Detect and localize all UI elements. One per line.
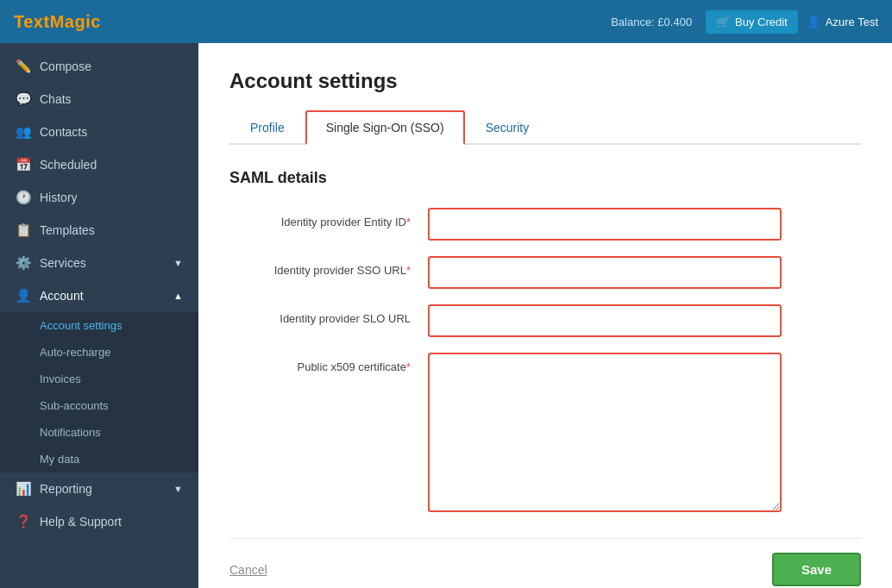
certificate-textarea[interactable] xyxy=(428,353,782,512)
sidebar-item-label: Compose xyxy=(40,59,91,73)
chevron-down-icon: ▼ xyxy=(173,258,183,268)
save-button[interactable]: Save xyxy=(772,553,861,586)
sidebar-item-history[interactable]: 🕐 History xyxy=(0,181,198,214)
sidebar-item-label: Reporting xyxy=(40,482,92,496)
scheduled-icon: 📅 xyxy=(16,157,31,172)
sidebar-subitem-account-settings[interactable]: Account settings xyxy=(0,312,198,339)
entity-id-group: Identity provider Entity ID* xyxy=(229,208,861,241)
account-submenu: Account settings Auto-recharge Invoices … xyxy=(0,312,198,472)
logo-text: TextMagic xyxy=(14,12,101,31)
chevron-up-icon: ▲ xyxy=(173,291,183,301)
history-icon: 🕐 xyxy=(16,190,31,205)
sidebar-item-label: Account xyxy=(40,289,84,303)
form-footer: Cancel Save xyxy=(229,538,861,586)
topnav: TextMagic Balance: £0.400 🛒 Buy Credit 👤… xyxy=(0,0,892,43)
sidebar-item-templates[interactable]: 📋 Templates xyxy=(0,214,198,247)
entity-id-label: Identity provider Entity ID* xyxy=(229,208,428,228)
sso-url-label: Identity provider SSO URL* xyxy=(229,256,428,277)
cancel-button[interactable]: Cancel xyxy=(229,563,267,577)
slo-url-label: Identity provider SLO URL xyxy=(229,304,428,325)
chats-icon: 💬 xyxy=(16,91,31,107)
sidebar-subitem-auto-recharge[interactable]: Auto-recharge xyxy=(0,339,198,366)
user-label: Azure Test xyxy=(826,16,878,28)
contacts-icon: 👥 xyxy=(16,124,31,140)
sidebar-item-scheduled[interactable]: 📅 Scheduled xyxy=(0,148,198,181)
logo: TextMagic xyxy=(14,12,101,32)
sidebar-item-label: History xyxy=(40,191,78,204)
buy-credit-label: Buy Credit xyxy=(735,16,788,28)
sso-url-group: Identity provider SSO URL* xyxy=(229,256,861,289)
saml-section: SAML details Identity provider Entity ID… xyxy=(229,169,861,512)
sidebar: ✏️ Compose 💬 Chats 👥 Contacts 📅 Schedule… xyxy=(0,43,198,588)
sidebar-item-account[interactable]: 👤 Account ▲ xyxy=(0,279,198,312)
tab-sso[interactable]: Single Sign-On (SSO) xyxy=(305,110,465,145)
reporting-icon: 📊 xyxy=(16,481,31,497)
sidebar-item-label: Help & Support xyxy=(40,515,122,529)
sidebar-item-label: Scheduled xyxy=(40,158,97,172)
help-icon: ❓ xyxy=(16,514,31,529)
sidebar-item-compose[interactable]: ✏️ Compose xyxy=(0,50,198,83)
main-content: Account settings Profile Single Sign-On … xyxy=(198,43,892,588)
certificate-label: Public x509 certificate* xyxy=(229,353,428,373)
sidebar-item-label: Chats xyxy=(40,92,72,106)
tab-profile[interactable]: Profile xyxy=(229,110,305,145)
user-menu[interactable]: 👤 Azure Test xyxy=(807,16,878,28)
sidebar-item-contacts[interactable]: 👥 Contacts xyxy=(0,116,198,148)
cart-icon: 🛒 xyxy=(716,16,730,28)
compose-icon: ✏️ xyxy=(16,59,31,74)
sso-url-input[interactable] xyxy=(428,256,782,289)
account-icon: 👤 xyxy=(16,288,31,303)
sidebar-subitem-my-data[interactable]: My data xyxy=(0,446,198,472)
layout: ✏️ Compose 💬 Chats 👥 Contacts 📅 Schedule… xyxy=(0,43,892,588)
saml-section-title: SAML details xyxy=(229,169,861,187)
sidebar-item-chats[interactable]: 💬 Chats xyxy=(0,83,198,116)
page-title: Account settings xyxy=(229,69,861,93)
tabs: Profile Single Sign-On (SSO) Security xyxy=(229,110,861,145)
sidebar-item-label: Services xyxy=(40,256,86,270)
balance-text: Balance: £0.400 xyxy=(611,16,692,28)
slo-url-group: Identity provider SLO URL xyxy=(229,304,861,337)
certificate-group: Public x509 certificate* xyxy=(229,353,861,512)
sidebar-item-label: Templates xyxy=(40,223,95,237)
templates-icon: 📋 xyxy=(16,222,31,238)
chevron-down-icon: ▼ xyxy=(173,484,183,494)
sidebar-item-reporting[interactable]: 📊 Reporting ▼ xyxy=(0,472,198,505)
slo-url-input[interactable] xyxy=(428,304,782,337)
tab-security[interactable]: Security xyxy=(465,110,550,145)
buy-credit-button[interactable]: 🛒 Buy Credit xyxy=(706,10,798,34)
sidebar-subitem-notifications[interactable]: Notifications xyxy=(0,419,198,446)
services-icon: ⚙️ xyxy=(16,255,31,271)
sidebar-subitem-invoices[interactable]: Invoices xyxy=(0,366,198,392)
sidebar-item-label: Contacts xyxy=(40,125,87,139)
sidebar-item-help[interactable]: ❓ Help & Support xyxy=(0,505,198,538)
entity-id-input[interactable] xyxy=(428,208,782,241)
user-icon: 👤 xyxy=(807,16,820,28)
sidebar-item-services[interactable]: ⚙️ Services ▼ xyxy=(0,247,198,279)
sidebar-subitem-sub-accounts[interactable]: Sub-accounts xyxy=(0,392,198,419)
